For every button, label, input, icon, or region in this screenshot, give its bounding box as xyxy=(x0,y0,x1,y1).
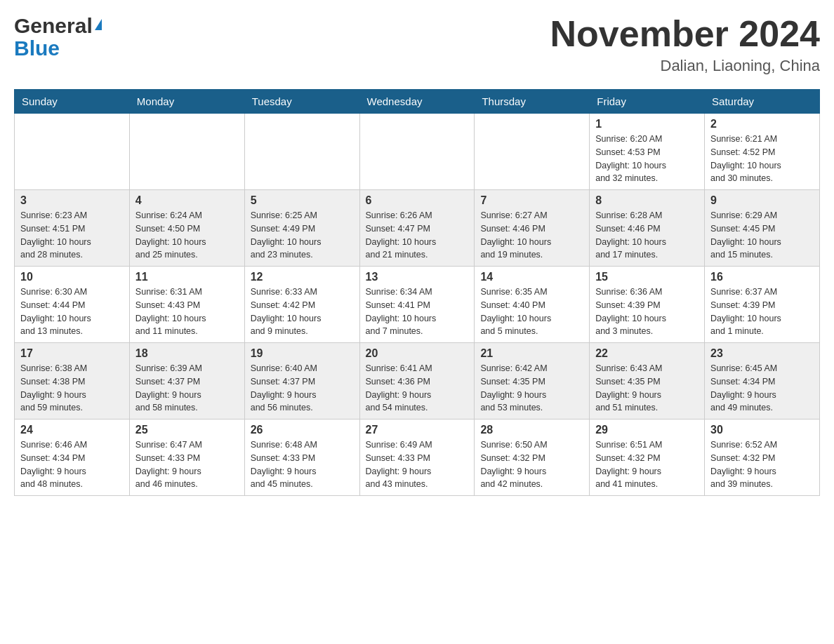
day-info: Sunrise: 6:40 AM Sunset: 4:37 PM Dayligh… xyxy=(251,362,354,415)
day-number: 7 xyxy=(480,194,583,207)
day-info: Sunrise: 6:52 AM Sunset: 4:32 PM Dayligh… xyxy=(710,438,814,491)
day-info: Sunrise: 6:25 AM Sunset: 4:49 PM Dayligh… xyxy=(251,209,354,262)
day-info: Sunrise: 6:45 AM Sunset: 4:34 PM Dayligh… xyxy=(710,362,814,415)
header-saturday: Saturday xyxy=(705,90,820,114)
day-number: 20 xyxy=(366,347,469,360)
table-row: 30Sunrise: 6:52 AM Sunset: 4:32 PM Dayli… xyxy=(705,420,820,496)
day-info: Sunrise: 6:47 AM Sunset: 4:33 PM Dayligh… xyxy=(135,438,239,491)
logo-triangle-icon xyxy=(95,19,102,30)
table-row: 21Sunrise: 6:42 AM Sunset: 4:35 PM Dayli… xyxy=(475,343,590,420)
day-info: Sunrise: 6:51 AM Sunset: 4:32 PM Dayligh… xyxy=(595,438,699,491)
week-row-5: 24Sunrise: 6:46 AM Sunset: 4:34 PM Dayli… xyxy=(15,420,820,496)
title-area: November 2024 Dalian, Liaoning, China xyxy=(550,14,820,75)
table-row: 26Sunrise: 6:48 AM Sunset: 4:33 PM Dayli… xyxy=(244,420,359,496)
day-number: 26 xyxy=(251,424,354,436)
logo-display: General Blue xyxy=(14,15,102,60)
day-info: Sunrise: 6:46 AM Sunset: 4:34 PM Dayligh… xyxy=(20,438,124,491)
day-number: 17 xyxy=(20,347,124,360)
day-number: 23 xyxy=(710,347,814,360)
table-row: 9Sunrise: 6:29 AM Sunset: 4:45 PM Daylig… xyxy=(705,190,820,267)
day-info: Sunrise: 6:38 AM Sunset: 4:38 PM Dayligh… xyxy=(20,362,124,415)
header-tuesday: Tuesday xyxy=(244,90,359,114)
day-info: Sunrise: 6:41 AM Sunset: 4:36 PM Dayligh… xyxy=(366,362,469,415)
day-number: 16 xyxy=(710,271,814,283)
day-info: Sunrise: 6:30 AM Sunset: 4:44 PM Dayligh… xyxy=(20,286,124,338)
calendar-subtitle: Dalian, Liaoning, China xyxy=(550,57,820,75)
day-number: 8 xyxy=(595,194,699,207)
header-friday: Friday xyxy=(590,90,705,114)
table-row: 29Sunrise: 6:51 AM Sunset: 4:32 PM Dayli… xyxy=(590,420,705,496)
table-row: 27Sunrise: 6:49 AM Sunset: 4:33 PM Dayli… xyxy=(359,420,475,496)
day-info: Sunrise: 6:26 AM Sunset: 4:47 PM Dayligh… xyxy=(366,209,469,262)
week-row-1: 1Sunrise: 6:20 AM Sunset: 4:53 PM Daylig… xyxy=(15,114,820,190)
day-number: 18 xyxy=(135,347,239,360)
day-number: 2 xyxy=(710,118,814,130)
day-info: Sunrise: 6:21 AM Sunset: 4:52 PM Dayligh… xyxy=(710,133,814,185)
table-row xyxy=(129,114,244,190)
day-info: Sunrise: 6:24 AM Sunset: 4:50 PM Dayligh… xyxy=(135,209,239,262)
table-row: 24Sunrise: 6:46 AM Sunset: 4:34 PM Dayli… xyxy=(15,420,130,496)
day-info: Sunrise: 6:43 AM Sunset: 4:35 PM Dayligh… xyxy=(595,362,699,415)
header-wednesday: Wednesday xyxy=(359,90,475,114)
day-info: Sunrise: 6:27 AM Sunset: 4:46 PM Dayligh… xyxy=(480,209,583,262)
table-row: 13Sunrise: 6:34 AM Sunset: 4:41 PM Dayli… xyxy=(359,267,475,343)
day-number: 29 xyxy=(595,424,699,436)
logo-general-text: General xyxy=(14,15,93,36)
day-info: Sunrise: 6:28 AM Sunset: 4:46 PM Dayligh… xyxy=(595,209,699,262)
day-number: 21 xyxy=(480,347,583,360)
day-number: 1 xyxy=(595,118,699,130)
table-row: 2Sunrise: 6:21 AM Sunset: 4:52 PM Daylig… xyxy=(705,114,820,190)
week-row-4: 17Sunrise: 6:38 AM Sunset: 4:38 PM Dayli… xyxy=(15,343,820,420)
weekday-header-row: Sunday Monday Tuesday Wednesday Thursday… xyxy=(15,90,820,114)
day-number: 12 xyxy=(251,271,354,283)
day-info: Sunrise: 6:42 AM Sunset: 4:35 PM Dayligh… xyxy=(480,362,583,415)
table-row: 11Sunrise: 6:31 AM Sunset: 4:43 PM Dayli… xyxy=(129,267,244,343)
day-info: Sunrise: 6:20 AM Sunset: 4:53 PM Dayligh… xyxy=(595,133,699,185)
day-info: Sunrise: 6:31 AM Sunset: 4:43 PM Dayligh… xyxy=(135,286,239,338)
day-info: Sunrise: 6:49 AM Sunset: 4:33 PM Dayligh… xyxy=(366,438,469,491)
day-number: 6 xyxy=(366,194,469,207)
day-info: Sunrise: 6:35 AM Sunset: 4:40 PM Dayligh… xyxy=(480,286,583,338)
day-number: 27 xyxy=(366,424,469,436)
day-info: Sunrise: 6:36 AM Sunset: 4:39 PM Dayligh… xyxy=(595,286,699,338)
calendar-title: November 2024 xyxy=(550,14,820,54)
logo-blue-text: Blue xyxy=(14,36,60,60)
table-row: 14Sunrise: 6:35 AM Sunset: 4:40 PM Dayli… xyxy=(475,267,590,343)
logo-line1: General xyxy=(14,15,102,36)
page-header: General Blue November 2024 Dalian, Liaon… xyxy=(14,14,820,75)
table-row xyxy=(475,114,590,190)
day-number: 28 xyxy=(480,424,583,436)
table-row: 17Sunrise: 6:38 AM Sunset: 4:38 PM Dayli… xyxy=(15,343,130,420)
day-number: 30 xyxy=(710,424,814,436)
logo-line2: Blue xyxy=(14,36,102,60)
week-row-3: 10Sunrise: 6:30 AM Sunset: 4:44 PM Dayli… xyxy=(15,267,820,343)
table-row: 12Sunrise: 6:33 AM Sunset: 4:42 PM Dayli… xyxy=(244,267,359,343)
table-row: 4Sunrise: 6:24 AM Sunset: 4:50 PM Daylig… xyxy=(129,190,244,267)
header-thursday: Thursday xyxy=(475,90,590,114)
day-info: Sunrise: 6:29 AM Sunset: 4:45 PM Dayligh… xyxy=(710,209,814,262)
day-info: Sunrise: 6:33 AM Sunset: 4:42 PM Dayligh… xyxy=(251,286,354,338)
table-row: 15Sunrise: 6:36 AM Sunset: 4:39 PM Dayli… xyxy=(590,267,705,343)
table-row: 10Sunrise: 6:30 AM Sunset: 4:44 PM Dayli… xyxy=(15,267,130,343)
table-row xyxy=(359,114,475,190)
table-row: 16Sunrise: 6:37 AM Sunset: 4:39 PM Dayli… xyxy=(705,267,820,343)
table-row: 22Sunrise: 6:43 AM Sunset: 4:35 PM Dayli… xyxy=(590,343,705,420)
table-row xyxy=(15,114,130,190)
day-number: 9 xyxy=(710,194,814,207)
calendar-body: 1Sunrise: 6:20 AM Sunset: 4:53 PM Daylig… xyxy=(15,114,820,496)
header-sunday: Sunday xyxy=(15,90,130,114)
week-row-2: 3Sunrise: 6:23 AM Sunset: 4:51 PM Daylig… xyxy=(15,190,820,267)
day-info: Sunrise: 6:50 AM Sunset: 4:32 PM Dayligh… xyxy=(480,438,583,491)
table-row: 28Sunrise: 6:50 AM Sunset: 4:32 PM Dayli… xyxy=(475,420,590,496)
table-row: 5Sunrise: 6:25 AM Sunset: 4:49 PM Daylig… xyxy=(244,190,359,267)
day-number: 11 xyxy=(135,271,239,283)
day-number: 15 xyxy=(595,271,699,283)
table-row: 6Sunrise: 6:26 AM Sunset: 4:47 PM Daylig… xyxy=(359,190,475,267)
day-info: Sunrise: 6:34 AM Sunset: 4:41 PM Dayligh… xyxy=(366,286,469,338)
day-number: 5 xyxy=(251,194,354,207)
day-info: Sunrise: 6:48 AM Sunset: 4:33 PM Dayligh… xyxy=(251,438,354,491)
day-info: Sunrise: 6:37 AM Sunset: 4:39 PM Dayligh… xyxy=(710,286,814,338)
table-row: 19Sunrise: 6:40 AM Sunset: 4:37 PM Dayli… xyxy=(244,343,359,420)
day-number: 13 xyxy=(366,271,469,283)
day-number: 4 xyxy=(135,194,239,207)
